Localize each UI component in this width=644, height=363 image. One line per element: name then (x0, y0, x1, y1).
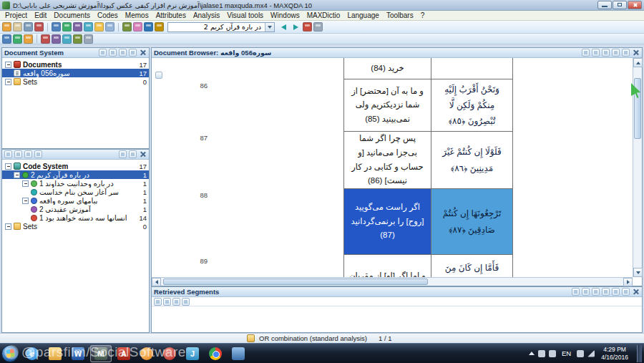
retrieved-pin-icon[interactable] (622, 288, 630, 296)
docsys-pin-icon[interactable] (129, 49, 137, 57)
tray-update-icon[interactable] (549, 350, 556, 357)
docbrowser-close-icon[interactable] (632, 49, 640, 57)
memo-manager-icon[interactable] (94, 22, 104, 32)
code-with-new-code-icon[interactable] (13, 34, 22, 44)
clear-search-icon[interactable] (303, 22, 312, 32)
document-system-icon[interactable] (52, 22, 61, 32)
clock[interactable]: 4:29 PM 4/16/2016 (598, 346, 631, 361)
docbrowser-pin-icon[interactable] (622, 49, 630, 57)
variable-list-icon[interactable] (105, 22, 114, 32)
retrieved-memos-icon[interactable] (182, 298, 190, 306)
language-indicator[interactable]: EN (560, 349, 573, 358)
menu-attributes[interactable]: Attributes (152, 11, 190, 19)
codesys-new-code-icon[interactable] (4, 150, 12, 158)
menu-analysis[interactable]: Analysis (190, 11, 223, 19)
codesys-filter-icon[interactable] (14, 150, 22, 158)
taskbar-windows-explorer-icon[interactable] (44, 345, 66, 362)
codesys-item-saraghaz[interactable]: سر آغاز سخن بنام خداست 1 (2, 188, 149, 196)
taskbar-maxqda-icon[interactable]: M (90, 345, 112, 362)
verse-arabic-cell-selected[interactable]: تَرْجِعُونَهَا إِن كُنتُمْ صَادِقِينَ ﴿٨… (431, 189, 513, 255)
codesys-item-ensanha[interactable]: انسانها سه دسته خواهند بود 1 14 (2, 213, 149, 222)
menu-codes[interactable]: Codes (94, 11, 122, 19)
start-button[interactable] (1, 345, 19, 362)
verse-translation-cell[interactable]: پس چرا اگر شما بی‌جزا می‌مانید [و حساب و… (343, 132, 431, 189)
retrieved-codes-icon[interactable] (172, 298, 180, 306)
highlight-coding-icon[interactable] (52, 34, 61, 44)
document-browser-icon[interactable] (73, 22, 82, 32)
codesys-item-sets[interactable]: Sets 0 (2, 222, 149, 231)
verse-arabic-cell[interactable]: فَلَوْلَا إِن كُنتُمْ غَيْرَ مَدِينِينَ … (431, 132, 513, 189)
taskbar-chrome-icon[interactable] (205, 345, 226, 362)
open-project-icon[interactable] (13, 22, 22, 32)
retrieved-info-icon[interactable] (163, 298, 171, 306)
docsys-undock-icon[interactable] (119, 49, 127, 57)
docbrowser-print-icon[interactable] (582, 49, 590, 57)
verse-arabic-cell[interactable]: وَنَحْنُ أَقْرَبُ إِلَيْهِ مِنكُمْ وَلَك… (431, 79, 513, 132)
verse-translation-cell-selected[interactable]: اگر راست می‌گویید [روح] را برنمی‌گردانید… (343, 189, 431, 255)
retrieved-overview-icon[interactable] (572, 288, 580, 296)
docbrowser-edit-mode-icon[interactable] (602, 49, 610, 57)
collapse-icon[interactable] (22, 198, 29, 204)
codesys-item-payamha[interactable]: پیامهای سوره واقعه 1 (2, 196, 149, 205)
code-favorite-icon[interactable] (41, 34, 50, 44)
collapse-icon[interactable] (5, 62, 11, 68)
codesys-settings-icon[interactable] (34, 150, 42, 158)
codesys-item-root[interactable]: Code System 17 (2, 162, 149, 170)
menu-documents[interactable]: Documents (50, 11, 94, 19)
taskbar-acrobat-icon[interactable]: A (113, 345, 135, 362)
taskbar-word-icon[interactable]: W (67, 345, 89, 362)
minimize-button[interactable] (597, 1, 612, 9)
taskbar-photo-viewer-icon[interactable] (228, 345, 249, 362)
previous-search-hit-button[interactable] (278, 22, 289, 32)
mixed-methods-icon[interactable] (122, 22, 132, 32)
scroll-down-icon[interactable] (633, 268, 643, 277)
code-system-icon[interactable] (62, 22, 72, 32)
menu-memos[interactable]: Memos (122, 11, 152, 19)
menu-windows[interactable]: Windows (267, 11, 303, 19)
codesys-pin-icon[interactable] (129, 150, 137, 158)
taskbar-messenger-icon[interactable]: J (182, 345, 203, 362)
new-project-icon[interactable] (2, 22, 11, 32)
sidebar-toggle-icon[interactable] (155, 72, 162, 79)
codesys-item-quran[interactable]: در باره قرآن کریم 2 1 (2, 170, 149, 179)
maximize-button[interactable] (613, 1, 627, 9)
docsys-item-sura056[interactable]: سوره056 واقعه 17 (2, 69, 149, 77)
visual-tools-icon[interactable] (133, 22, 142, 32)
network-icon[interactable] (587, 350, 595, 357)
show-desktop-button[interactable] (637, 345, 642, 362)
combo-dropdown-button[interactable] (265, 23, 274, 32)
search-input[interactable] (168, 23, 263, 32)
docsys-settings-icon[interactable] (99, 49, 107, 57)
docbrowser-undock-icon[interactable] (612, 49, 620, 57)
undo-coding-icon[interactable] (2, 34, 11, 44)
docsys-item-sets[interactable]: Sets 0 (2, 77, 149, 86)
save-project-icon[interactable] (24, 22, 33, 32)
docbrowser-display-icon[interactable] (592, 49, 600, 57)
codesys-undock-icon[interactable] (119, 150, 127, 158)
scroll-right-icon[interactable] (623, 278, 633, 286)
search-options-icon[interactable] (313, 22, 323, 32)
retrieved-close-icon[interactable] (632, 288, 640, 296)
scrollbar-thumb[interactable] (163, 279, 428, 285)
docsys-item-documents[interactable]: Documents 17 (2, 60, 149, 69)
code-in-vivo-icon[interactable] (24, 34, 33, 44)
docsys-sync-icon[interactable] (109, 49, 117, 57)
emoticode-icon[interactable] (62, 34, 72, 44)
speaker-icon[interactable] (577, 350, 584, 357)
expand-icon[interactable] (5, 223, 11, 230)
logbook-icon[interactable] (34, 22, 44, 32)
lexical-search-icon[interactable] (144, 22, 153, 32)
codesys-sort-icon[interactable] (24, 150, 32, 158)
activation-icon[interactable] (155, 22, 164, 32)
menu-toolbars[interactable]: Toolbars (383, 11, 417, 19)
retrieved-export-icon[interactable] (582, 288, 590, 296)
coding-options-icon[interactable] (84, 34, 93, 44)
collapse-icon[interactable] (22, 180, 29, 187)
close-button[interactable] (628, 1, 642, 9)
menu-project[interactable]: Project (1, 11, 31, 19)
codesys-item-vahdaniat[interactable]: در باره وحدانیت خداوند 1 1 (2, 179, 149, 188)
taskbar-kmplayer-icon[interactable] (159, 345, 180, 362)
menu-help[interactable]: ? (417, 11, 429, 19)
retrieval-mode-icon[interactable] (247, 334, 255, 342)
codesys-close-icon[interactable] (139, 150, 147, 158)
